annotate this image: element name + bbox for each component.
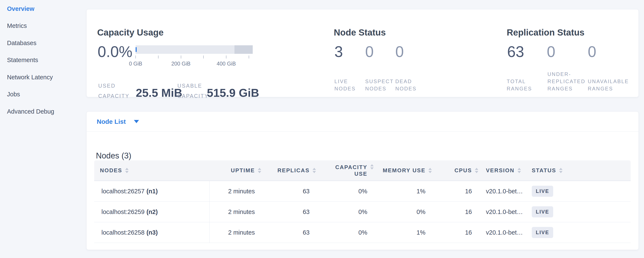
node-id: (n2) bbox=[146, 208, 158, 215]
column-header-status[interactable]: STATUS bbox=[532, 167, 631, 174]
used-capacity-value: 25.5 MiB bbox=[136, 87, 182, 98]
node-status-title: Node Status bbox=[334, 28, 386, 38]
dead-nodes-label: DEADNODES bbox=[395, 78, 416, 92]
capacity-gauge-axis: 0 GiB 200 GiB 400 GiB bbox=[136, 56, 249, 59]
column-header-cpus[interactable]: CPUS bbox=[426, 167, 472, 174]
capacity-use-cell: 0% bbox=[310, 229, 367, 236]
status-badge: LIVE bbox=[532, 227, 553, 238]
status-cell: LIVE bbox=[532, 227, 631, 238]
memory-use-cell: 1% bbox=[367, 229, 426, 236]
sidebar-item-jobs[interactable]: Jobs bbox=[0, 86, 86, 103]
nodes-table: NODES UPTIME REPLICAS CAPACITY USE MEMOR… bbox=[94, 160, 631, 243]
sidebar: Overview Metrics Databases Statements Ne… bbox=[0, 0, 86, 120]
cpus-cell: 16 bbox=[426, 229, 472, 236]
column-header-uptime[interactable]: UPTIME bbox=[210, 167, 255, 174]
version-cell: v20.1.0-bet… bbox=[472, 229, 532, 236]
axis-tick-label: 400 GiB bbox=[217, 61, 236, 67]
sort-icon bbox=[125, 168, 128, 173]
table-row-node-3[interactable]: localhost:26258 (n3) 2 minutes 63 0% 1% … bbox=[94, 222, 631, 243]
sidebar-item-databases[interactable]: Databases bbox=[0, 35, 86, 52]
version-cell: v20.1.0-bet… bbox=[472, 208, 532, 215]
column-header-version[interactable]: VERSION bbox=[472, 167, 532, 174]
nodes-heading: Nodes (3) bbox=[96, 151, 131, 160]
axis-tick bbox=[203, 56, 204, 59]
nodes-table-header: NODES UPTIME REPLICAS CAPACITY USE MEMOR… bbox=[94, 160, 631, 181]
status-cell: LIVE bbox=[532, 206, 631, 217]
capacity-gauge-dark-segment bbox=[234, 45, 253, 54]
sidebar-item-statements[interactable]: Statements bbox=[0, 52, 86, 69]
capacity-use-cell: 0% bbox=[310, 188, 367, 195]
sidebar-item-advanced-debug[interactable]: Advanced Debug bbox=[0, 103, 86, 120]
unavailable-ranges-label: UNAVAILABLERANGES bbox=[588, 78, 629, 92]
axis-tick-label: 200 GiB bbox=[171, 61, 190, 67]
cluster-summary-card: Capacity Usage 0.0% 0 GiB 200 GiB 400 Gi… bbox=[86, 9, 639, 97]
node-address-cell[interactable]: localhost:26258 (n3) bbox=[94, 222, 210, 243]
usable-capacity-label: USABLE CAPACITY bbox=[178, 81, 208, 101]
axis-tick bbox=[181, 56, 181, 59]
cpus-cell: 16 bbox=[426, 188, 472, 195]
memory-use-cell: 0% bbox=[367, 208, 426, 215]
replicas-cell: 63 bbox=[255, 208, 310, 215]
axis-tick-label: 0 GiB bbox=[129, 61, 142, 67]
node-id: (n1) bbox=[146, 188, 158, 195]
sort-icon bbox=[518, 168, 521, 173]
total-ranges-label: TOTALRANGES bbox=[507, 78, 532, 92]
chevron-down-icon bbox=[134, 120, 139, 123]
uptime-cell: 2 minutes bbox=[210, 229, 255, 236]
node-address-cell[interactable]: localhost:26259 (n2) bbox=[94, 202, 210, 222]
replicas-cell: 63 bbox=[255, 229, 310, 236]
axis-tick bbox=[249, 56, 249, 59]
node-list-card: Node List Nodes (3) NODES UPTIME REPLICA… bbox=[86, 111, 639, 250]
cpus-cell: 16 bbox=[426, 208, 472, 215]
column-header-memory-use[interactable]: MEMORY USE bbox=[367, 167, 426, 174]
replication-status-title: Replication Status bbox=[507, 28, 584, 38]
version-cell: v20.1.0-bet… bbox=[472, 188, 532, 195]
capacity-used-percent: 0.0% bbox=[98, 44, 132, 59]
node-list-selector[interactable]: Node List bbox=[86, 112, 638, 132]
sidebar-item-overview[interactable]: Overview bbox=[0, 0, 86, 18]
unavailable-ranges-count: 0 bbox=[588, 44, 596, 59]
under-replicated-ranges-count: 0 bbox=[547, 44, 555, 59]
live-nodes-label: LIVENODES bbox=[334, 78, 356, 92]
memory-use-cell: 1% bbox=[367, 188, 426, 195]
status-badge: LIVE bbox=[532, 206, 553, 217]
capacity-gauge bbox=[136, 45, 253, 54]
node-address-cell[interactable]: localhost:26257 (n1) bbox=[94, 181, 210, 201]
sidebar-item-network-latency[interactable]: Network Latency bbox=[0, 69, 86, 86]
under-replicated-ranges-label: UNDER- REPLICATED RANGES bbox=[548, 71, 586, 92]
node-id: (n3) bbox=[146, 229, 158, 236]
suspect-nodes-label: SUSPECTNODES bbox=[365, 78, 394, 92]
axis-tick bbox=[158, 56, 158, 59]
column-header-replicas[interactable]: REPLICAS bbox=[255, 167, 310, 174]
axis-tick bbox=[226, 56, 226, 59]
table-row-node-2[interactable]: localhost:26259 (n2) 2 minutes 63 0% 0% … bbox=[94, 202, 631, 222]
capacity-usage-title: Capacity Usage bbox=[97, 28, 164, 38]
sidebar-item-metrics[interactable]: Metrics bbox=[0, 18, 86, 35]
column-header-nodes[interactable]: NODES bbox=[94, 167, 210, 174]
capacity-gauge-used-indicator bbox=[136, 47, 137, 52]
dead-nodes-count: 0 bbox=[395, 44, 404, 59]
status-badge: LIVE bbox=[532, 186, 553, 197]
sort-icon bbox=[559, 168, 562, 173]
suspect-nodes-count: 0 bbox=[365, 44, 374, 59]
column-header-capacity-use[interactable]: CAPACITY USE bbox=[310, 164, 367, 177]
axis-tick bbox=[136, 56, 136, 59]
capacity-use-cell: 0% bbox=[310, 208, 367, 215]
uptime-cell: 2 minutes bbox=[210, 188, 255, 195]
uptime-cell: 2 minutes bbox=[210, 208, 255, 215]
used-capacity-label: USED CAPACITY bbox=[98, 81, 130, 101]
status-cell: LIVE bbox=[532, 186, 631, 197]
live-nodes-count: 3 bbox=[334, 44, 343, 59]
replicas-cell: 63 bbox=[255, 188, 310, 195]
table-row-node-1[interactable]: localhost:26257 (n1) 2 minutes 63 0% 1% … bbox=[94, 181, 631, 202]
total-ranges-count: 63 bbox=[507, 44, 524, 59]
usable-capacity-value: 515.9 GiB bbox=[207, 87, 259, 98]
node-list-selector-label: Node List bbox=[97, 118, 126, 125]
